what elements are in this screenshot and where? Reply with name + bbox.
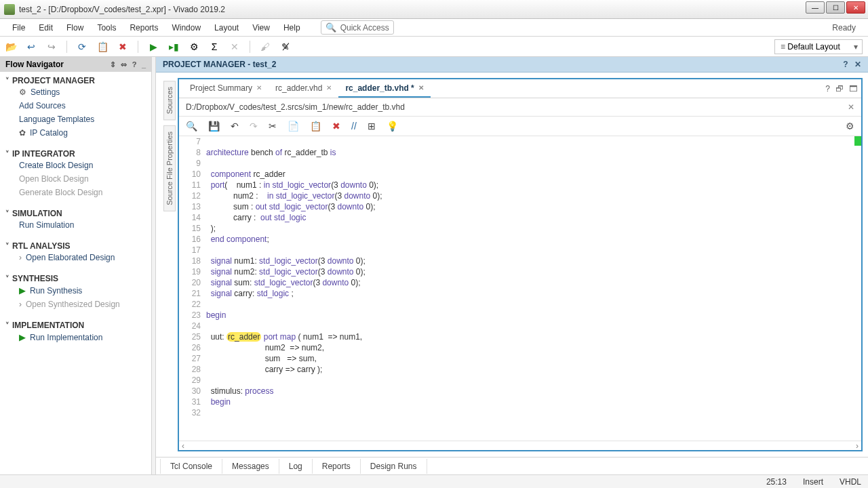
nav-item-settings[interactable]: ⚙Settings bbox=[5, 85, 146, 99]
nav-item-create-block-design[interactable]: Create Block Design bbox=[5, 159, 146, 172]
run-icon[interactable]: ▶ bbox=[148, 41, 159, 52]
menu-tools[interactable]: Tools bbox=[90, 20, 123, 35]
section-implementation[interactable]: IMPLEMENTATION bbox=[5, 321, 146, 330]
noedit-icon[interactable]: ✎̸ bbox=[280, 41, 291, 52]
editor-settings-icon[interactable]: ⚙ bbox=[846, 121, 854, 131]
minimize-panel-icon[interactable]: _ bbox=[142, 60, 146, 68]
bottom-tab-tcl-console[interactable]: Tcl Console bbox=[160, 459, 222, 474]
undo-icon[interactable]: ↶ bbox=[231, 121, 239, 131]
nav-item-language-templates[interactable]: Language Templates bbox=[5, 113, 146, 126]
bottom-tab-messages[interactable]: Messages bbox=[222, 459, 279, 474]
code-text[interactable]: component rc_adder bbox=[206, 169, 285, 180]
section-ip-integrator[interactable]: IP INTEGRATOR bbox=[5, 149, 146, 159]
bottom-tab-log[interactable]: Log bbox=[279, 459, 313, 474]
context-help-icon[interactable]: ? bbox=[843, 60, 848, 69]
cut-icon[interactable]: ✂ bbox=[269, 121, 277, 131]
code-area[interactable]: 78architecture bench of rc_adder_tb is91… bbox=[179, 136, 861, 441]
collapse-icon[interactable]: ⇕ bbox=[110, 60, 116, 68]
brush-icon[interactable]: 🖌 bbox=[260, 41, 271, 52]
help-icon[interactable]: ? bbox=[132, 60, 137, 68]
nav-item-open-elaborated-design[interactable]: Open Elaborated Design bbox=[5, 251, 146, 264]
paste-icon[interactable]: 📋 bbox=[310, 121, 321, 131]
tab-rc-adder-tb-vhd-[interactable]: rc_adder_tb.vhd *✕ bbox=[338, 80, 430, 98]
layout-selector[interactable]: Default Layout bbox=[774, 39, 863, 54]
menu-file[interactable]: File bbox=[5, 20, 32, 35]
sigma-icon[interactable]: Σ bbox=[209, 41, 220, 52]
code-text[interactable]: port( num1 : in std_logic_vector(3 downt… bbox=[206, 180, 378, 190]
menu-flow[interactable]: Flow bbox=[60, 20, 90, 35]
context-close-icon[interactable]: ✕ bbox=[854, 60, 861, 69]
menu-window[interactable]: Window bbox=[165, 20, 208, 35]
bottom-tabs: Tcl ConsoleMessagesLogReportsDesign Runs bbox=[156, 457, 868, 474]
horizontal-scrollbar[interactable]: ‹› bbox=[179, 441, 861, 450]
save-icon[interactable]: 💾 bbox=[208, 121, 220, 131]
section-synthesis[interactable]: SYNTHESIS bbox=[5, 274, 146, 283]
code-text[interactable]: signal num1: std_logic_vector(3 downto 0… bbox=[206, 256, 366, 266]
code-text[interactable]: end component; bbox=[206, 234, 269, 245]
nav-item-ip-catalog[interactable]: ✿IP Catalog bbox=[5, 126, 146, 140]
quick-access[interactable]: 🔍 Quick Access bbox=[321, 20, 394, 35]
maximize-button[interactable]: ☐ bbox=[826, 1, 845, 14]
code-text[interactable]: begin bbox=[206, 396, 231, 407]
code-text[interactable]: signal num2: std_logic_vector(3 downto 0… bbox=[206, 266, 366, 277]
nav-item-run-implementation[interactable]: ▶Run Implementation bbox=[5, 330, 146, 344]
step-icon[interactable]: ▸▮ bbox=[168, 41, 179, 52]
nav-item-run-simulation[interactable]: Run Simulation bbox=[5, 218, 146, 232]
settings-icon[interactable]: ⚙ bbox=[189, 41, 199, 52]
find-icon[interactable]: 🔍 bbox=[186, 121, 197, 131]
section-project-manager[interactable]: PROJECT MANAGER bbox=[5, 76, 146, 85]
menu-reports[interactable]: Reports bbox=[123, 20, 165, 35]
hint-icon[interactable]: 💡 bbox=[387, 121, 398, 131]
menu-edit[interactable]: Edit bbox=[32, 20, 60, 35]
code-text[interactable]: sum => sum, bbox=[206, 353, 317, 364]
tab-close-icon[interactable]: ✕ bbox=[256, 84, 262, 92]
nav-item-open-synthesized-design: Open Synthesized Design bbox=[5, 298, 146, 311]
editor-restore-icon[interactable]: 🗗 bbox=[835, 84, 844, 94]
code-text[interactable]: begin bbox=[206, 310, 226, 321]
minimize-button[interactable]: — bbox=[806, 1, 825, 14]
code-text[interactable]: num2 => num2, bbox=[206, 342, 324, 353]
code-text[interactable]: ); bbox=[206, 223, 216, 234]
open-icon[interactable]: 📂 bbox=[5, 41, 16, 52]
bottom-tab-reports[interactable]: Reports bbox=[313, 459, 361, 474]
delete-icon[interactable]: ✖ bbox=[332, 121, 340, 131]
code-text[interactable]: architecture bench of rc_adder_tb is bbox=[206, 147, 336, 158]
back-icon[interactable]: ↩ bbox=[26, 41, 37, 52]
redo-icon[interactable]: ↷ bbox=[250, 121, 258, 131]
vtab-source-file-properties[interactable]: Source File Properties bbox=[163, 125, 176, 211]
tab-close-icon[interactable]: ✕ bbox=[326, 84, 332, 92]
tab-close-icon[interactable]: ✕ bbox=[418, 84, 424, 92]
code-text[interactable]: carry => carry ); bbox=[206, 364, 322, 375]
editor-maximize-icon[interactable]: 🗖 bbox=[849, 84, 857, 94]
code-text[interactable]: sum : out std_logic_vector(3 downto 0); bbox=[206, 201, 376, 212]
menu-view[interactable]: View bbox=[245, 20, 277, 35]
section-rtl-analysis[interactable]: RTL ANALYSIS bbox=[5, 241, 146, 251]
cancel-icon[interactable]: ✕ bbox=[229, 41, 240, 52]
section-simulation[interactable]: SIMULATION bbox=[5, 209, 146, 218]
filepath-close-icon[interactable]: ✕ bbox=[848, 102, 854, 112]
tab-project-summary[interactable]: Project Summary✕ bbox=[183, 80, 269, 98]
forward-icon[interactable]: ↪ bbox=[46, 41, 57, 52]
bottom-tab-design-runs[interactable]: Design Runs bbox=[361, 459, 427, 474]
menu-help[interactable]: Help bbox=[277, 20, 307, 35]
nav-item-add-sources[interactable]: Add Sources bbox=[5, 99, 146, 113]
code-text[interactable]: uut: rc_adder port map ( num1 => num1, bbox=[206, 331, 362, 342]
delete-icon[interactable]: ✖ bbox=[117, 41, 128, 52]
code-text[interactable]: stimulus: process bbox=[206, 386, 273, 396]
column-select-icon[interactable]: ⊞ bbox=[368, 121, 376, 131]
comment-icon[interactable]: // bbox=[351, 121, 357, 131]
close-button[interactable]: ✕ bbox=[846, 1, 865, 14]
menu-layout[interactable]: Layout bbox=[208, 20, 245, 35]
nav-item-run-synthesis[interactable]: ▶Run Synthesis bbox=[5, 283, 146, 298]
copy-icon[interactable]: 📋 bbox=[97, 41, 108, 52]
code-text[interactable]: carry : out std_logic bbox=[206, 212, 306, 223]
code-text[interactable]: num2 : in std_logic_vector(3 downto 0); bbox=[206, 190, 382, 201]
copy-icon[interactable]: 📄 bbox=[288, 121, 299, 131]
code-text[interactable]: signal carry: std_logic ; bbox=[206, 288, 294, 299]
pin-icon[interactable]: ⇔ bbox=[121, 60, 127, 68]
tab-rc-adder-vhd[interactable]: rc_adder.vhd✕ bbox=[269, 80, 338, 98]
editor-help-icon[interactable]: ? bbox=[825, 84, 830, 94]
code-text[interactable]: signal sum: std_logic_vector(3 downto 0)… bbox=[206, 277, 360, 288]
vtab-sources[interactable]: Sources bbox=[163, 81, 176, 120]
refresh-icon[interactable]: ⟳ bbox=[77, 41, 87, 52]
